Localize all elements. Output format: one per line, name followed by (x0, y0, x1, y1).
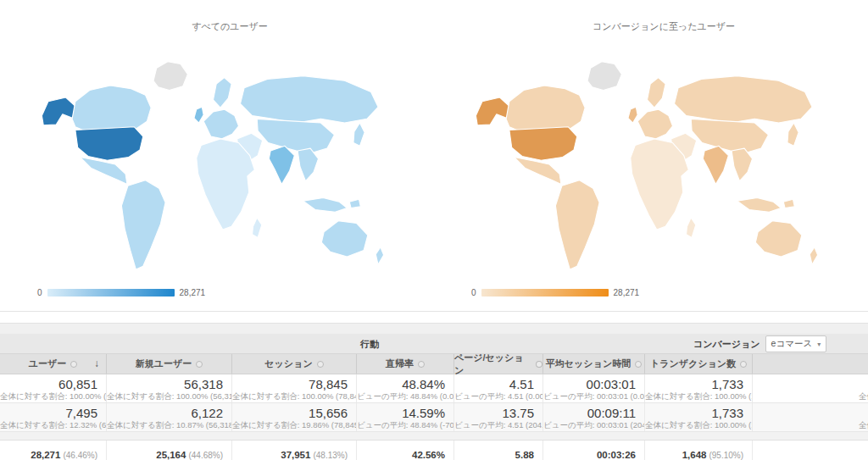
cell-value: 60,851 (0, 377, 97, 391)
legend-gradient-bar (481, 289, 609, 297)
map-title-all-users: すべてのユーザー (0, 20, 434, 34)
info-icon[interactable] (740, 361, 747, 368)
column-header-users[interactable]: ユーザー ↓ (0, 354, 106, 374)
info-icon[interactable] (317, 361, 324, 368)
summary-percent: (48.13%) (313, 451, 348, 460)
cell-sessions: 78,845 全体に対する割合: 100.00% (78,845) (231, 374, 356, 402)
cell-new-users: 56,318 全体に対する割合: 100.00% (56,318) (106, 374, 231, 402)
cell-value: 4.51 (454, 377, 534, 391)
summary-sessions: 37,951(48.13%) (231, 441, 356, 460)
info-icon[interactable] (418, 361, 425, 368)
cell-avg-session-duration: 00:03:01 ビューの平均: 00:03:01 (0.00%) (542, 374, 644, 402)
table-top-spacer (0, 312, 868, 323)
map-legend-converted-users: 0 28,271 (471, 288, 639, 297)
cell-value: 1,733 (645, 377, 743, 391)
column-header-sessions[interactable]: セッション (231, 354, 356, 374)
cell-subtext: 全体に (859, 420, 868, 430)
column-header-label: トランザクション数 (650, 357, 736, 370)
cell-subtext: 全体に対する割合: 19.86% (78,845) (232, 420, 348, 430)
summary-value: 28,271 (31, 450, 60, 460)
conversion-goal-dropdown[interactable]: eコマース ▾ (765, 335, 827, 352)
legend-min-label: 0 (37, 288, 42, 297)
table-summary-row: 28,271(46.46%) 25,164(44.68%) 37,951(48.… (0, 441, 868, 460)
column-header-label: 新規ユーザー (136, 357, 192, 370)
column-header-bounce-rate[interactable]: 直帰率 (356, 354, 453, 374)
column-header-label: 直帰率 (386, 357, 414, 370)
world-map-svg[interactable] (24, 44, 415, 283)
analytics-geo-comparison-screen: すべてのユーザー 0 28,271 コンバージョンに至ったユーザー 0 28,2… (0, 0, 868, 460)
cell-subtext: ビューの平均: 48.84% (-70.13%) (357, 420, 445, 430)
map-panel-all-users: すべてのユーザー 0 28,271 (0, 0, 434, 311)
summary-value: 42.56% (412, 450, 445, 460)
cell-subtext: ビューの平均: 00:03:01 (0.00%) (543, 391, 636, 401)
cell-value: 7,495 (0, 406, 97, 420)
info-icon[interactable] (196, 361, 203, 368)
info-icon[interactable] (70, 361, 77, 368)
conversion-goal-value: eコマース (771, 338, 813, 350)
cell-subtext: ビューの平均: 48.84% (0.00%) (357, 391, 445, 401)
summary-value: 1,648 (682, 450, 707, 460)
cell-users: 60,851 全体に対する割合: 100.00% (60,851) (0, 374, 106, 402)
cell-transactions: 1,733 全体に対する割合: 100.00% (1,733) (644, 403, 752, 431)
cell-subtext: ビューの平均: 00:03:01 (204.47%) (543, 420, 636, 430)
cell-subtext: 全体に (859, 391, 868, 401)
maps-section: すべてのユーザー 0 28,271 コンバージョンに至ったユーザー 0 28,2… (0, 0, 868, 312)
cell-subtext: 全体に対する割合: 12.32% (60,851) (0, 420, 97, 430)
cell-users: 7,495 全体に対する割合: 12.32% (60,851) (0, 403, 106, 431)
table-gap-band (0, 432, 868, 441)
cell-value: 14.59% (357, 406, 445, 420)
cell-subtext: 全体に対する割合: 10.87% (56,318) (107, 420, 223, 430)
summary-pages-per-session: 5.88 (453, 441, 542, 460)
legend-max-label: 28,271 (180, 288, 206, 297)
legend-min-label: 0 (471, 288, 476, 297)
column-header-label: 平均セッション時間 (546, 357, 631, 370)
summary-value: 25,164 (156, 450, 186, 460)
summary-avg-session-duration: 00:03:26 (542, 441, 644, 460)
cell-subtext: 全体に対する割合: 100.00% (60,851) (0, 391, 97, 401)
legend-max-label: 28,271 (614, 288, 640, 297)
cell-sessions: 15,656 全体に対する割合: 19.86% (78,845) (231, 403, 356, 431)
cell-new-users: 6,122 全体に対する割合: 10.87% (56,318) (106, 403, 231, 431)
cell-avg-session-duration: 00:09:11 ビューの平均: 00:03:01 (204.47%) (542, 403, 644, 431)
world-map-all-users[interactable] (24, 44, 415, 283)
summary-percent: (44.68%) (188, 451, 223, 460)
cell-value: 00:03:01 (543, 377, 636, 391)
sort-descending-icon[interactable]: ↓ (94, 357, 99, 369)
cell-clipped: 全体に (752, 403, 868, 431)
column-header-transactions[interactable]: トランザクション数 (644, 354, 752, 374)
column-header-label: ユーザー (29, 357, 67, 370)
summary-value: 00:03:26 (597, 450, 636, 460)
metric-group-header-row: 行動 コンバージョン eコマース ▾ (0, 334, 868, 354)
table-row: 60,851 全体に対する割合: 100.00% (60,851) 56,318… (0, 374, 868, 403)
cell-value: 6,122 (107, 406, 223, 420)
cell-bounce-rate: 48.84% ビューの平均: 48.84% (0.00%) (356, 374, 453, 402)
cell-subtext: 全体に対する割合: 100.00% (56,318) (107, 391, 223, 401)
column-header-new-users[interactable]: 新規ユーザー (106, 354, 231, 374)
cell-clipped: 全体に (752, 374, 868, 402)
cell-value: 78,845 (232, 377, 348, 391)
world-map-svg[interactable] (458, 44, 849, 283)
map-panel-converted-users: コンバージョンに至ったユーザー 0 28,271 (434, 0, 868, 311)
summary-percent: (46.46%) (63, 451, 97, 460)
cell-subtext: ビューの平均: 4.51 (0.00%) (454, 391, 534, 401)
cell-subtext: 全体に対する割合: 100.00% (1,733) (645, 420, 743, 430)
column-header-avg-session-duration[interactable]: 平均セッション時間 (542, 354, 644, 374)
info-icon[interactable] (536, 361, 542, 368)
cell-subtext: 全体に対する割合: 100.00% (78,845) (232, 391, 348, 401)
cell-bounce-rate: 14.59% ビューの平均: 48.84% (-70.13%) (356, 403, 453, 431)
summary-clipped (752, 441, 868, 460)
world-map-converted-users[interactable] (458, 44, 849, 283)
cell-value: 1,733 (645, 406, 743, 420)
table-toolbar-band (0, 323, 868, 334)
cell-value: 15,656 (232, 406, 348, 420)
chevron-down-icon: ▾ (817, 341, 821, 348)
cell-value: 13.75 (454, 406, 534, 420)
cell-pages-per-session: 4.51 ビューの平均: 4.51 (0.00%) (453, 374, 542, 402)
column-header-pages-per-session[interactable]: ページ/セッション (453, 354, 542, 374)
conversion-group-label: コンバージョン (693, 338, 760, 351)
cell-value: 56,318 (107, 377, 223, 391)
summary-transactions: 1,648(95.10%) (644, 441, 752, 460)
summary-bounce-rate: 42.56% (356, 441, 453, 460)
info-icon[interactable] (635, 361, 642, 368)
summary-percent: (95.10%) (709, 451, 743, 460)
